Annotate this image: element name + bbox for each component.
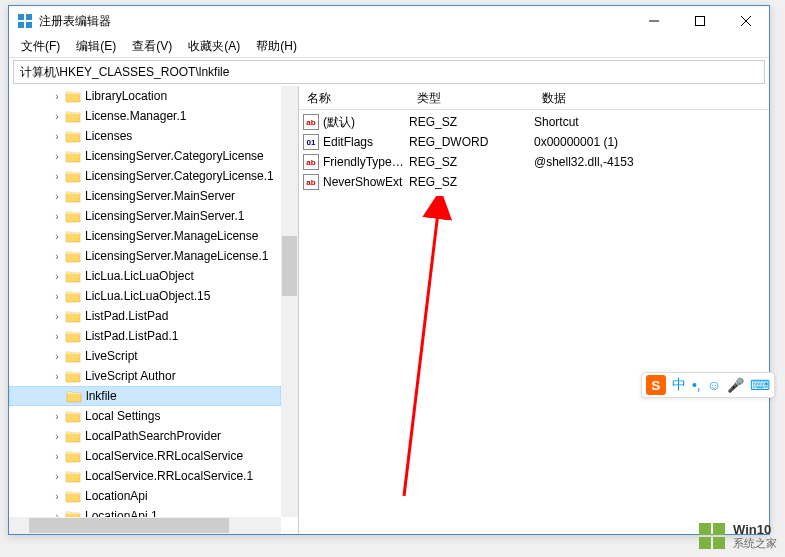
tree-label: Licenses bbox=[85, 129, 132, 143]
expand-arrow-icon[interactable]: › bbox=[51, 111, 63, 122]
minimize-button[interactable] bbox=[631, 6, 677, 36]
expand-arrow-icon[interactable]: › bbox=[51, 331, 63, 342]
ime-emoji-icon[interactable]: ☺ bbox=[707, 377, 721, 393]
tree-item-librarylocation[interactable]: ›LibraryLocation bbox=[9, 86, 281, 106]
folder-icon bbox=[65, 369, 81, 383]
titlebar: 注册表编辑器 bbox=[9, 6, 769, 36]
folder-icon bbox=[65, 329, 81, 343]
folder-icon bbox=[65, 109, 81, 123]
expand-arrow-icon[interactable]: › bbox=[51, 91, 63, 102]
value-type: REG_SZ bbox=[409, 155, 534, 169]
scroll-thumb[interactable] bbox=[282, 236, 297, 296]
scroll-thumb[interactable] bbox=[29, 518, 229, 533]
expand-arrow-icon[interactable]: › bbox=[51, 411, 63, 422]
tree-item-liclua-licluaobject[interactable]: ›LicLua.LicLuaObject bbox=[9, 266, 281, 286]
tree-item-localservice-rrlocalservice[interactable]: ›LocalService.RRLocalService bbox=[9, 446, 281, 466]
value-row[interactable]: 01EditFlagsREG_DWORD0x00000001 (1) bbox=[299, 132, 769, 152]
tree-item-licensingserver-managelicense[interactable]: ›LicensingServer.ManageLicense bbox=[9, 226, 281, 246]
tree-label: LocalPathSearchProvider bbox=[85, 429, 221, 443]
expand-arrow-icon[interactable]: › bbox=[51, 431, 63, 442]
column-name[interactable]: 名称 bbox=[299, 86, 409, 109]
expand-arrow-icon[interactable]: › bbox=[51, 471, 63, 482]
tree-item-listpad-listpad[interactable]: ›ListPad.ListPad bbox=[9, 306, 281, 326]
menu-edit[interactable]: 编辑(E) bbox=[68, 36, 124, 57]
value-row[interactable]: abNeverShowExtREG_SZ bbox=[299, 172, 769, 192]
value-type-icon: ab bbox=[303, 174, 319, 190]
ime-toolbar[interactable]: S 中 •, ☺ 🎤 ⌨ bbox=[641, 372, 775, 398]
values-list: ab(默认)REG_SZShortcut01EditFlagsREG_DWORD… bbox=[299, 110, 769, 192]
expand-arrow-icon[interactable]: › bbox=[51, 291, 63, 302]
tree-item-licensingserver-mainserver-1[interactable]: ›LicensingServer.MainServer.1 bbox=[9, 206, 281, 226]
tree-item-locationapi[interactable]: ›LocationApi bbox=[9, 486, 281, 506]
value-type: REG_SZ bbox=[409, 175, 534, 189]
tree-item-listpad-listpad-1[interactable]: ›ListPad.ListPad.1 bbox=[9, 326, 281, 346]
value-type-icon: 01 bbox=[303, 134, 319, 150]
tree-label: LiveScript bbox=[85, 349, 138, 363]
value-name: FriendlyTypeN... bbox=[323, 155, 409, 169]
ime-punct-icon[interactable]: •, bbox=[692, 377, 701, 393]
tree-item-licensingserver-mainserver[interactable]: ›LicensingServer.MainServer bbox=[9, 186, 281, 206]
tree-label: LocationApi.1 bbox=[85, 509, 158, 517]
tree-item-livescript[interactable]: ›LiveScript bbox=[9, 346, 281, 366]
win10-logo-icon bbox=[697, 521, 727, 551]
svg-rect-0 bbox=[18, 14, 24, 20]
menu-view[interactable]: 查看(V) bbox=[124, 36, 180, 57]
tree-item-localservice-rrlocalservice-1[interactable]: ›LocalService.RRLocalService.1 bbox=[9, 466, 281, 486]
value-row[interactable]: ab(默认)REG_SZShortcut bbox=[299, 112, 769, 132]
menu-file[interactable]: 文件(F) bbox=[13, 36, 68, 57]
ime-keyboard-icon[interactable]: ⌨ bbox=[750, 377, 770, 393]
expand-arrow-icon[interactable]: › bbox=[51, 211, 63, 222]
address-bar[interactable]: 计算机\HKEY_CLASSES_ROOT\lnkfile bbox=[13, 60, 765, 84]
expand-arrow-icon[interactable]: › bbox=[51, 151, 63, 162]
svg-rect-9 bbox=[699, 523, 711, 535]
tree-item-local-settings[interactable]: ›Local Settings bbox=[9, 406, 281, 426]
expand-arrow-icon[interactable]: › bbox=[51, 171, 63, 182]
value-name: EditFlags bbox=[323, 135, 409, 149]
tree-item-licensingserver-categorylicense-1[interactable]: ›LicensingServer.CategoryLicense.1 bbox=[9, 166, 281, 186]
tree-item-liclua-licluaobject-15[interactable]: ›LicLua.LicLuaObject.15 bbox=[9, 286, 281, 306]
tree-item-locationapi-1[interactable]: ›LocationApi.1 bbox=[9, 506, 281, 517]
tree-item-localpathsearchprovider[interactable]: ›LocalPathSearchProvider bbox=[9, 426, 281, 446]
tree-item-livescript-author[interactable]: ›LiveScript Author bbox=[9, 366, 281, 386]
expand-arrow-icon[interactable]: › bbox=[51, 371, 63, 382]
expand-arrow-icon[interactable]: › bbox=[51, 251, 63, 262]
expand-arrow-icon[interactable]: › bbox=[51, 271, 63, 282]
column-data[interactable]: 数据 bbox=[534, 86, 769, 109]
tree-item-licensingserver-managelicense-1[interactable]: ›LicensingServer.ManageLicense.1 bbox=[9, 246, 281, 266]
tree-label: LicensingServer.ManageLicense bbox=[85, 229, 258, 243]
tree-label: Local Settings bbox=[85, 409, 160, 423]
tree-container[interactable]: ›LibraryLocation›License.Manager.1›Licen… bbox=[9, 86, 281, 517]
tree-item-license-manager-1[interactable]: ›License.Manager.1 bbox=[9, 106, 281, 126]
ime-mode[interactable]: 中 bbox=[672, 376, 686, 394]
folder-icon bbox=[65, 489, 81, 503]
close-button[interactable] bbox=[723, 6, 769, 36]
tree-panel: ›LibraryLocation›License.Manager.1›Licen… bbox=[9, 86, 299, 534]
tree-label: LicensingServer.MainServer.1 bbox=[85, 209, 244, 223]
expand-arrow-icon[interactable]: › bbox=[51, 131, 63, 142]
tree-horizontal-scrollbar[interactable] bbox=[9, 517, 281, 534]
expand-arrow-icon[interactable]: › bbox=[51, 231, 63, 242]
tree-item-licensingserver-categorylicense[interactable]: ›LicensingServer.CategoryLicense bbox=[9, 146, 281, 166]
folder-icon bbox=[66, 389, 82, 403]
folder-icon bbox=[65, 469, 81, 483]
expand-arrow-icon[interactable]: › bbox=[51, 191, 63, 202]
folder-icon bbox=[65, 229, 81, 243]
value-name: NeverShowExt bbox=[323, 175, 409, 189]
ime-mic-icon[interactable]: 🎤 bbox=[727, 377, 744, 393]
folder-icon bbox=[65, 509, 81, 517]
tree-item-lnkfile[interactable]: lnkfile bbox=[9, 386, 281, 406]
folder-icon bbox=[65, 309, 81, 323]
expand-arrow-icon[interactable]: › bbox=[51, 311, 63, 322]
tree-item-licenses[interactable]: ›Licenses bbox=[9, 126, 281, 146]
tree-vertical-scrollbar[interactable] bbox=[281, 86, 298, 517]
expand-arrow-icon[interactable]: › bbox=[51, 491, 63, 502]
expand-arrow-icon[interactable]: › bbox=[51, 451, 63, 462]
maximize-button[interactable] bbox=[677, 6, 723, 36]
menu-help[interactable]: 帮助(H) bbox=[248, 36, 305, 57]
value-row[interactable]: abFriendlyTypeN...REG_SZ@shell32.dll,-41… bbox=[299, 152, 769, 172]
column-type[interactable]: 类型 bbox=[409, 86, 534, 109]
expand-arrow-icon[interactable]: › bbox=[51, 351, 63, 362]
tree-label: ListPad.ListPad bbox=[85, 309, 168, 323]
menu-favorites[interactable]: 收藏夹(A) bbox=[180, 36, 248, 57]
sogou-logo-icon[interactable]: S bbox=[646, 375, 666, 395]
